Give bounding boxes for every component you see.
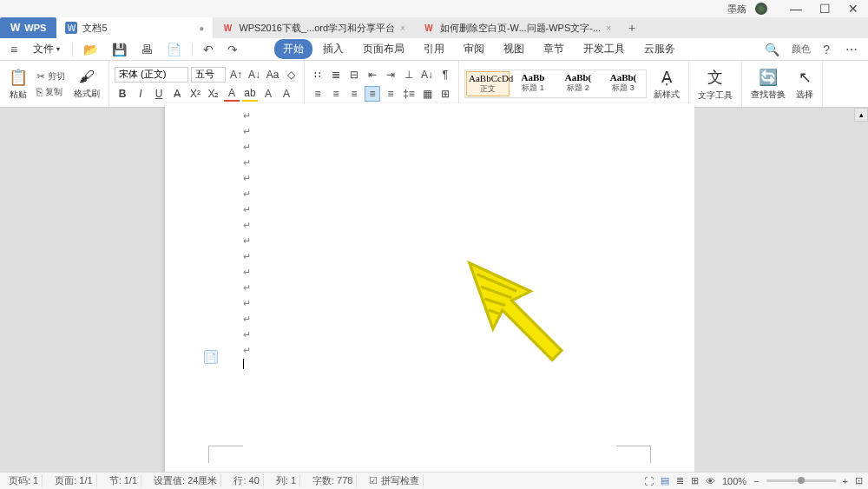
cut-button[interactable]: ✂剪切 bbox=[35, 69, 67, 83]
status-row[interactable]: 行: 40 bbox=[230, 474, 263, 487]
open-icon[interactable]: 📂 bbox=[80, 41, 102, 58]
ribbon-tab-insert[interactable]: 插入 bbox=[314, 39, 352, 59]
show-marks-button[interactable]: ¶ bbox=[437, 67, 453, 83]
status-section[interactable]: 节: 1/1 bbox=[106, 474, 141, 487]
char-border-button[interactable]: A bbox=[279, 86, 294, 102]
zoom-out-button[interactable]: − bbox=[753, 476, 759, 486]
page-margin-corner bbox=[616, 446, 651, 463]
ribbon-tab-devtools[interactable]: 开发工具 bbox=[575, 39, 634, 59]
status-words[interactable]: 字数: 778 bbox=[309, 474, 357, 487]
line-spacing-button[interactable]: ‡≡ bbox=[401, 86, 417, 102]
close-button[interactable]: ✕ bbox=[843, 2, 864, 16]
web-layout-icon[interactable]: ⊞ bbox=[691, 475, 699, 486]
bold-button[interactable]: B bbox=[115, 86, 130, 102]
collapse-ribbon-icon[interactable]: ⋯ bbox=[842, 41, 861, 58]
style-heading2[interactable]: AaBb(标题 2 bbox=[556, 71, 600, 96]
fit-page-icon[interactable]: ⊡ bbox=[855, 475, 863, 486]
copy-button[interactable]: ⎘复制 bbox=[35, 85, 67, 99]
new-style-button[interactable]: Ạ新样式 bbox=[650, 66, 683, 102]
document-tab-2[interactable]: W WPS2016下载_...ord学习和分享平台 × bbox=[213, 17, 414, 38]
print-icon[interactable]: 🖶 bbox=[137, 41, 156, 58]
fullscreen-icon[interactable]: ⛶ bbox=[644, 476, 654, 486]
print-layout-icon[interactable]: ▤ bbox=[661, 475, 669, 486]
text-tool-button[interactable]: 文文字工具 bbox=[694, 65, 736, 103]
document-tab-1[interactable]: W 文档5 ● bbox=[56, 17, 213, 38]
styles-gallery[interactable]: AaBbCcDd正文 AaBb标题 1 AaBb(标题 2 AaBb(标题 3 bbox=[464, 69, 647, 98]
sort-button[interactable]: A↓ bbox=[419, 67, 435, 83]
outline-icon[interactable]: ≣ bbox=[676, 475, 684, 486]
tab-stops-button[interactable]: ⊥ bbox=[401, 67, 417, 83]
format-painter-button[interactable]: 🖌格式刷 bbox=[70, 66, 103, 102]
increase-indent-button[interactable]: ⇥ bbox=[383, 67, 398, 83]
style-normal[interactable]: AaBbCcDd正文 bbox=[466, 71, 510, 96]
reading-icon[interactable]: 👁 bbox=[706, 476, 715, 486]
bullets-button[interactable]: ∷ bbox=[310, 67, 326, 83]
subscript-button[interactable]: X₂ bbox=[206, 86, 221, 102]
find-replace-button[interactable]: 🔄查找替换 bbox=[747, 66, 789, 102]
close-icon[interactable]: × bbox=[606, 23, 611, 33]
align-justify-button[interactable]: ≡ bbox=[365, 86, 380, 102]
char-shading-button[interactable]: A bbox=[260, 86, 276, 102]
align-center-button[interactable]: ≡ bbox=[328, 86, 344, 102]
file-menu[interactable]: 文件▾ bbox=[28, 42, 65, 56]
ribbon-tab-layout[interactable]: 页面布局 bbox=[354, 39, 413, 59]
ribbon-tab-references[interactable]: 引用 bbox=[415, 39, 453, 59]
app-tab[interactable]: W WPS bbox=[0, 17, 56, 38]
document-page[interactable]: ↵↵↵↵↵ ↵↵↵↵↵ ↵↵↵↵↵↵ 📄 bbox=[165, 103, 694, 472]
ribbon-tab-section[interactable]: 章节 bbox=[535, 39, 573, 59]
status-page[interactable]: 页面: 1/1 bbox=[51, 474, 96, 487]
status-spellcheck[interactable]: ☑ 拼写检查 bbox=[365, 474, 423, 487]
undo-icon[interactable]: ↶ bbox=[200, 41, 217, 58]
close-icon[interactable]: × bbox=[400, 23, 405, 33]
font-color-button[interactable]: A bbox=[224, 86, 240, 102]
borders-button[interactable]: ⊞ bbox=[437, 86, 453, 102]
ribbon-tab-start[interactable]: 开始 bbox=[274, 39, 312, 59]
color-label[interactable]: 颜色 bbox=[792, 43, 811, 56]
shading-button[interactable]: ▦ bbox=[419, 86, 435, 102]
document-tab-3[interactable]: W 如何删除空白页-W...问题-WPS文字-... × bbox=[414, 17, 620, 38]
copy-icon: ⎘ bbox=[36, 86, 43, 98]
paste-options-floater[interactable]: 📄 bbox=[204, 350, 218, 364]
zoom-level[interactable]: 100% bbox=[722, 476, 746, 486]
change-case-icon[interactable]: Aa bbox=[265, 67, 280, 83]
save-icon[interactable]: 💾 bbox=[108, 41, 130, 58]
redo-icon[interactable]: ↷ bbox=[224, 41, 241, 58]
decrease-indent-button[interactable]: ⇤ bbox=[365, 67, 380, 83]
underline-button[interactable]: U bbox=[151, 86, 167, 102]
status-col[interactable]: 列: 1 bbox=[273, 474, 300, 487]
status-setval[interactable]: 设置值: 24厘米 bbox=[150, 474, 221, 487]
align-left-button[interactable]: ≡ bbox=[310, 86, 326, 102]
zoom-slider[interactable] bbox=[766, 479, 836, 482]
grow-font-icon[interactable]: A↑ bbox=[228, 67, 244, 83]
superscript-button[interactable]: X² bbox=[187, 86, 203, 102]
ribbon-tab-cloud[interactable]: 云服务 bbox=[635, 39, 684, 59]
ribbon-tab-review[interactable]: 审阅 bbox=[455, 39, 493, 59]
user-avatar[interactable] bbox=[755, 3, 767, 15]
add-tab-button[interactable]: + bbox=[620, 17, 644, 38]
highlight-button[interactable]: ab bbox=[242, 86, 258, 102]
minimize-button[interactable]: — bbox=[785, 2, 807, 16]
shrink-font-icon[interactable]: A↓ bbox=[247, 67, 262, 83]
paste-button[interactable]: 📋粘贴 bbox=[5, 66, 31, 102]
ribbon-tab-view[interactable]: 视图 bbox=[495, 39, 533, 59]
zoom-in-button[interactable]: + bbox=[843, 476, 848, 486]
help-icon[interactable]: ? bbox=[819, 41, 833, 58]
strike-button[interactable]: A̶ bbox=[169, 86, 185, 102]
scroll-up-button[interactable]: ▴ bbox=[854, 108, 868, 122]
status-page-number[interactable]: 页码: 1 bbox=[5, 474, 43, 487]
maximize-button[interactable]: ☐ bbox=[814, 2, 836, 16]
align-right-button[interactable]: ≡ bbox=[346, 86, 362, 102]
clear-format-icon[interactable]: ◇ bbox=[283, 67, 299, 83]
search-icon[interactable]: 🔍 bbox=[761, 41, 783, 58]
select-button[interactable]: ↖选择 bbox=[792, 66, 817, 102]
style-heading1[interactable]: AaBb标题 1 bbox=[511, 71, 555, 96]
align-distribute-button[interactable]: ≡ bbox=[383, 86, 398, 102]
multilevel-button[interactable]: ⊟ bbox=[346, 67, 362, 83]
italic-button[interactable]: I bbox=[133, 86, 148, 102]
print-preview-icon[interactable]: 📄 bbox=[163, 41, 185, 58]
style-heading3[interactable]: AaBb(标题 3 bbox=[602, 71, 645, 96]
numbering-button[interactable]: ≣ bbox=[328, 67, 344, 83]
font-name-select[interactable] bbox=[115, 67, 188, 83]
hamburger-icon[interactable]: ≡ bbox=[7, 41, 21, 58]
font-size-select[interactable] bbox=[191, 67, 226, 83]
